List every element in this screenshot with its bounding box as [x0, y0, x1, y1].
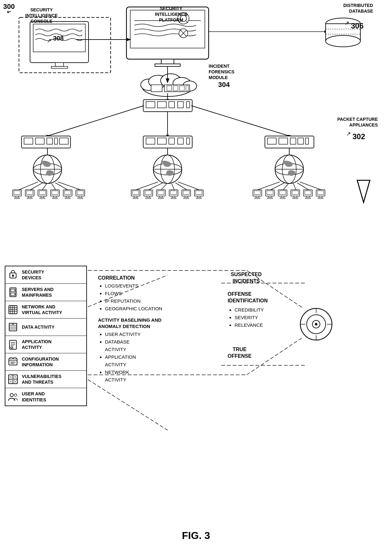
svg-marker-170	[357, 180, 370, 202]
svg-rect-147	[305, 198, 310, 199]
svg-line-168	[297, 183, 309, 190]
svg-line-160	[161, 183, 167, 190]
svg-rect-10	[161, 59, 174, 64]
pca-number: 302	[352, 132, 365, 141]
svg-rect-126	[198, 196, 200, 198]
svg-rect-218	[11, 347, 13, 348]
dd-number: 306	[351, 22, 364, 30]
svg-line-167	[293, 183, 296, 190]
svg-rect-196	[13, 276, 13, 277]
svg-rect-133	[267, 191, 273, 195]
svg-rect-82	[16, 196, 18, 198]
figure-number-label: FIG. 3	[182, 530, 210, 542]
configuration-info-label: CONFIGURATIONINFORMATION	[22, 356, 59, 368]
svg-rect-106	[134, 196, 137, 198]
legend-item-security-devices: SECURITYDEVICES	[5, 266, 86, 284]
svg-rect-86	[28, 196, 31, 198]
svg-rect-123	[184, 198, 189, 199]
configuration-info-icon	[7, 356, 19, 368]
svg-line-164	[258, 182, 280, 190]
svg-rect-107	[133, 198, 138, 199]
svg-rect-90	[41, 196, 44, 198]
svg-line-61	[191, 106, 289, 136]
svg-rect-87	[27, 198, 32, 199]
baselining-title: ACTIVITY BASELINING ANDANOMALY DETECTION	[98, 317, 205, 329]
svg-line-59	[47, 106, 144, 136]
svg-rect-102	[79, 196, 82, 198]
svg-point-200	[15, 290, 15, 291]
legend-item-user-identities: USER ANDIDENTITIES	[5, 388, 86, 406]
legend-item-configuration-info: CONFIGURATIONINFORMATION	[5, 353, 86, 371]
pca-arrow: ↗	[346, 130, 351, 137]
svg-line-154	[42, 183, 47, 190]
correlation-item-3: IP REPUTATION	[105, 297, 205, 305]
svg-rect-111	[146, 198, 151, 199]
svg-rect-131	[255, 198, 260, 199]
svg-rect-95	[52, 198, 58, 199]
baselining-item-3: APPLICATIONACTIVITY	[105, 353, 205, 368]
svg-line-158	[136, 182, 158, 190]
sip-label: SECURITYINTELLIGENCEPLATFORM	[155, 6, 187, 23]
svg-rect-113	[158, 191, 164, 195]
dd-arrow: ↗	[345, 20, 349, 27]
svg-rect-150	[319, 196, 322, 198]
offense-title: OFFENSEIDENTIFICATION	[228, 291, 310, 304]
svg-rect-137	[279, 191, 286, 195]
svg-point-178	[315, 323, 317, 325]
correlation-list: LOGS/EVENTS FLOWS IP REPUTATION GEOGRAPH…	[105, 282, 205, 313]
svg-rect-85	[27, 191, 33, 195]
ifm-number: 304	[218, 81, 230, 89]
svg-rect-117	[170, 191, 177, 195]
svg-rect-141	[292, 191, 298, 195]
network-virtual-label: NETWORK ANDVIRTUAL ACTIVITY	[22, 304, 62, 315]
servers-mainframes-label: SERVERS ANDMAINFRAMES	[22, 287, 53, 298]
svg-line-165	[271, 183, 285, 190]
vulnerabilities-threats-label: VULNERABILITIESAND THREATS	[22, 374, 61, 385]
svg-rect-125	[196, 191, 202, 195]
user-identities-icon	[7, 391, 19, 403]
network-virtual-icon	[7, 304, 19, 315]
svg-point-189	[326, 35, 360, 47]
svg-point-238	[10, 393, 13, 397]
svg-rect-16	[51, 66, 68, 68]
correlation-item-2: FLOWS	[105, 290, 205, 297]
svg-rect-149	[317, 191, 324, 195]
sic-label: SECURITYINTELLIGENCECONSOLE	[25, 7, 58, 24]
legend-item-network-virtual: NETWORK ANDVIRTUAL ACTIVITY	[5, 301, 86, 319]
svg-rect-146	[307, 196, 309, 198]
svg-rect-122	[185, 196, 187, 198]
svg-line-159	[149, 183, 163, 190]
true-offense-label: TRUEOFFENSE	[228, 346, 252, 360]
svg-rect-219	[9, 359, 17, 365]
svg-line-153	[30, 183, 43, 190]
legend-item-application-activity: APPLICATIONACTIVITY	[5, 336, 86, 353]
svg-rect-83	[15, 198, 20, 199]
offense-list: CREDIBILITY SEVERITY RELEVANCE	[235, 306, 310, 329]
baselining-item-4: NETWORKACTIVITY	[105, 368, 205, 384]
svg-line-152	[19, 182, 38, 190]
baselining-item-2: DATABASEACTIVITY	[105, 338, 205, 353]
application-activity-label: APPLICATIONACTIVITY	[22, 339, 52, 350]
svg-rect-94	[54, 196, 56, 198]
security-devices-icon	[7, 269, 19, 281]
svg-rect-101	[77, 191, 83, 195]
svg-point-201	[15, 294, 15, 295]
svg-rect-139	[280, 198, 285, 199]
svg-rect-121	[183, 191, 189, 195]
user-identities-label: USER ANDIDENTITIES	[22, 391, 46, 402]
data-activity-icon	[7, 321, 19, 333]
legend-item-vulnerabilities-threats: VULNERABILITIESAND THREATS	[5, 371, 86, 388]
baselining-item-1: USER ACTIVITY	[105, 331, 205, 338]
data-activity-label: DATA ACTIVITY	[22, 324, 54, 330]
svg-rect-118	[172, 196, 175, 198]
svg-rect-135	[267, 198, 273, 199]
svg-line-172	[88, 380, 168, 430]
svg-line-163	[178, 182, 199, 190]
legend-box: SECURITYDEVICES SERVERS ANDMAINFRAMES	[5, 266, 87, 406]
correlation-item-4: GEOGRAPHIC LOCATION	[105, 305, 205, 313]
correlation-title: CORRELATION	[98, 275, 205, 281]
legend-item-data-activity: DATA ACTIVITY	[5, 319, 86, 336]
offense-item-1: CREDIBILITY	[235, 306, 310, 314]
correlation-block: CORRELATION LOGS/EVENTS FLOWS IP REPUTAT…	[98, 275, 205, 384]
svg-line-155	[52, 183, 56, 190]
